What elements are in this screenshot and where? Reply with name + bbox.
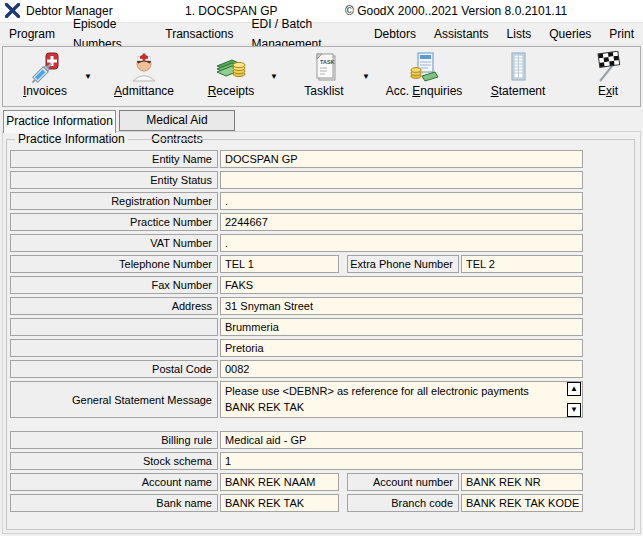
field-row-account: Account name BANK REK NAAM Account numbe… <box>0 473 643 491</box>
groupbox-caption: Practice Information <box>15 132 128 146</box>
field-row-registration-number: Registration Number . <box>0 192 643 210</box>
field-row-general-statement-message: General Statement Message Please use <DE… <box>0 381 643 418</box>
field-row-stock-schema: Stock schema 1 <box>0 452 643 470</box>
statement-label: Statement <box>491 84 546 98</box>
checkered-flag-icon <box>592 51 624 83</box>
menu-bar: Program Episode Numbers Transactions EDI… <box>0 23 643 45</box>
field-row-vat-number: VAT Number . <box>0 234 643 252</box>
exit-button[interactable]: Exit <box>577 49 639 105</box>
extra-phone-number-value[interactable]: TEL 2 <box>461 255 583 273</box>
entity-status-value[interactable] <box>220 171 583 189</box>
tasklist-label: Tasklist <box>304 84 343 98</box>
field-row-postal-code: Postal Code 0082 <box>0 360 643 378</box>
field-row-address-line1: Address 31 Snyman Street <box>0 297 643 315</box>
postal-code-value[interactable]: 0082 <box>220 360 583 378</box>
address-line1-value[interactable]: 31 Snyman Street <box>220 297 583 315</box>
general-statement-message-label: General Statement Message <box>10 381 218 418</box>
address-line2-value[interactable]: Brummeria <box>220 318 583 336</box>
tab-practice-information[interactable]: Practice Information <box>3 110 116 133</box>
menu-queries[interactable]: Queries <box>540 24 600 44</box>
acc-enquiries-button[interactable]: Acc. Enquiries <box>377 49 471 105</box>
scroll-up-button[interactable]: ▲ <box>567 382 581 396</box>
field-row-bank: Bank name BANK REK TAK Branch code BANK … <box>0 494 643 512</box>
toolbar: Invoices ▼ Admittance Receipts ▼ <box>2 46 641 107</box>
branch-code-value[interactable]: BANK REK TAK KODE <box>461 494 583 512</box>
menu-program[interactable]: Program <box>0 24 64 44</box>
field-row-entity-status: Entity Status <box>0 171 643 189</box>
stock-schema-label: Stock schema <box>10 452 218 470</box>
field-row-address-line2: Brummeria <box>0 318 643 336</box>
admittance-button[interactable]: Admittance <box>101 49 187 105</box>
doctor-icon <box>128 51 160 83</box>
svg-text:TASK: TASK <box>320 59 335 65</box>
practice-number-label: Practice Number <box>10 213 218 231</box>
menu-print[interactable]: Print <box>600 24 643 44</box>
scroll-down-button[interactable]: ▼ <box>567 403 581 417</box>
branch-code-label: Branch code <box>347 494 459 512</box>
receipts-label: Receipts <box>208 84 255 98</box>
statement-button[interactable]: Statement <box>477 49 559 105</box>
tasklist-dropdown-arrow[interactable]: ▼ <box>359 50 373 104</box>
entity-status-label: Entity Status <box>10 171 218 189</box>
debtor-manager-window: { "title_bar": { "app_title": "Debtor Ma… <box>0 0 643 536</box>
account-enquiries-icon <box>408 51 440 83</box>
admittance-label: Admittance <box>114 84 174 98</box>
fax-number-label: Fax Number <box>10 276 218 294</box>
invoices-dropdown-arrow[interactable]: ▼ <box>81 50 95 104</box>
syringe-blood-bag-icon <box>29 51 61 83</box>
address-label: Address <box>10 297 218 315</box>
address-line2-label <box>10 318 218 336</box>
receipts-button[interactable]: Receipts <box>195 49 267 105</box>
address-line3-value[interactable]: Pretoria <box>220 339 583 357</box>
receipts-dropdown-arrow[interactable]: ▼ <box>267 50 281 104</box>
entity-name-label: Entity Name <box>10 150 218 168</box>
account-name-value[interactable]: BANK REK NAAM <box>220 473 339 491</box>
vat-number-label: VAT Number <box>10 234 218 252</box>
exit-label: Exit <box>598 84 618 98</box>
field-row-address-line3: Pretoria <box>0 339 643 357</box>
vat-number-value[interactable]: . <box>220 234 583 252</box>
entity-name-value[interactable]: DOCSPAN GP <box>220 150 583 168</box>
billing-rule-label: Billing rule <box>10 431 218 449</box>
menu-lists[interactable]: Lists <box>498 24 541 44</box>
invoices-button[interactable]: Invoices <box>9 49 81 105</box>
statement-document-icon <box>502 51 534 83</box>
menu-assistants[interactable]: Assistants <box>425 24 498 44</box>
extra-phone-number-label: Extra Phone Number <box>347 255 459 273</box>
menu-debtors[interactable]: Debtors <box>365 24 425 44</box>
telephone-number-value[interactable]: TEL 1 <box>220 255 339 273</box>
billing-rule-value[interactable]: Medical aid - GP <box>220 431 583 449</box>
general-statement-message-value[interactable]: Please use <DEBNR> as reference for all … <box>220 381 583 418</box>
bank-name-value[interactable]: BANK REK TAK <box>220 494 339 512</box>
copyright-text: © GoodX 2000..2021 Version 8.0.2101.11 <box>345 4 567 18</box>
goodx-logo-icon <box>5 3 20 18</box>
tab-medical-aid-contracts[interactable]: Medical Aid Contracts <box>119 110 235 131</box>
field-row-billing-rule: Billing rule Medical aid - GP <box>0 431 643 449</box>
account-number-value[interactable]: BANK REK NR <box>461 473 583 491</box>
field-row-telephone: Telephone Number TEL 1 Extra Phone Numbe… <box>0 255 643 273</box>
invoices-label: Invoices <box>23 84 67 98</box>
field-row-fax-number: Fax Number FAKS <box>0 276 643 294</box>
stock-schema-value[interactable]: 1 <box>220 452 583 470</box>
registration-number-label: Registration Number <box>10 192 218 210</box>
money-coins-icon <box>215 51 247 83</box>
task-page-icon: TASK <box>308 51 340 83</box>
account-name-label: Account name <box>10 473 218 491</box>
practice-number-value[interactable]: 2244667 <box>220 213 583 231</box>
field-row-entity-name: Entity Name DOCSPAN GP <box>0 150 643 168</box>
address-line3-label <box>10 339 218 357</box>
bank-name-label: Bank name <box>10 494 218 512</box>
registration-number-value[interactable]: . <box>220 192 583 210</box>
acc-enquiries-label: Acc. Enquiries <box>386 84 463 98</box>
field-row-practice-number: Practice Number 2244667 <box>0 213 643 231</box>
telephone-number-label: Telephone Number <box>10 255 218 273</box>
menu-transactions[interactable]: Transactions <box>156 24 242 44</box>
fax-number-value[interactable]: FAKS <box>220 276 583 294</box>
account-number-label: Account number <box>347 473 459 491</box>
postal-code-label: Postal Code <box>10 360 218 378</box>
tasklist-button[interactable]: TASK Tasklist <box>289 49 359 105</box>
